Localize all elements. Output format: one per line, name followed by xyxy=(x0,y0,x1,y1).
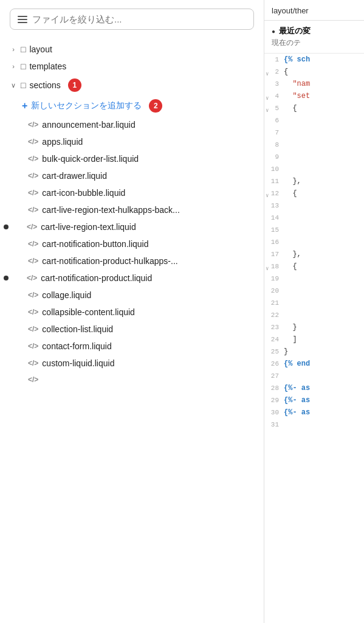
line-number: 23 xyxy=(264,321,284,333)
line-content: {%- as xyxy=(284,382,364,394)
folder-layout[interactable]: › □ layout xyxy=(0,41,264,58)
file-path-header: layout/ther xyxy=(264,0,364,21)
line-number: 20 xyxy=(264,285,284,297)
recent-changes-text: 最近の変 xyxy=(279,26,311,37)
code-icon: </> xyxy=(28,325,38,333)
file-label: cart-icon-bubble.liquid xyxy=(42,188,125,198)
file-bulk-quick-order[interactable]: </> bulk-quick-order-list.liquid xyxy=(0,150,264,167)
line-number: 28 xyxy=(264,382,284,394)
add-section-row[interactable]: + 新しいセクションを追加する 2 xyxy=(0,96,264,116)
folder-sections[interactable]: ∨ □ sections 1 xyxy=(0,75,264,96)
file-label: apps.liquid xyxy=(42,137,83,147)
code-icon: </> xyxy=(28,359,38,367)
code-editor-panel: layout/ther 最近の変 現在のテ 1 {% sch ∨2 { 3 "n… xyxy=(264,0,364,623)
file-cart-notification-button[interactable]: </> cart-notification-button.liquid xyxy=(0,235,264,252)
code-icon: </> xyxy=(28,257,38,265)
code-line: 29 {%- as xyxy=(264,394,364,406)
file-collection-list[interactable]: </> collection-list.liquid xyxy=(0,321,264,338)
line-number: 16 xyxy=(264,236,284,248)
file-cart-notification-product[interactable]: </> cart-notification-product.liquid xyxy=(0,270,264,287)
code-icon: </> xyxy=(28,240,38,248)
code-line: ∨4 "set xyxy=(264,90,364,102)
file-contact-form[interactable]: </> contact-form.liquid xyxy=(0,338,264,355)
code-line: 21 xyxy=(264,297,364,309)
code-line: 26 {% end xyxy=(264,358,364,370)
hamburger-icon[interactable] xyxy=(18,16,27,23)
code-icon: </> xyxy=(28,206,38,214)
line-content: { xyxy=(284,66,364,78)
search-input[interactable] xyxy=(32,14,246,24)
badge-2: 2 xyxy=(149,99,162,113)
code-line: ∨2 { xyxy=(264,66,364,78)
chevron-right-icon: › xyxy=(10,46,17,53)
code-line: 22 xyxy=(264,309,364,321)
code-line: 30 {%- as xyxy=(264,406,364,419)
folder-templates[interactable]: › □ templates xyxy=(0,58,264,75)
file-label: cart-live-region-text.liquid xyxy=(41,222,136,232)
file-label: collapsible-content.liquid xyxy=(42,307,135,317)
line-number: 7 xyxy=(264,127,284,139)
file-label: bulk-quick-order-list.liquid xyxy=(42,154,139,164)
folder-label: layout xyxy=(29,44,52,54)
line-number: ∨12 xyxy=(264,187,284,200)
file-collage[interactable]: </> collage.liquid xyxy=(0,287,264,304)
line-number: 27 xyxy=(264,370,284,382)
line-content: "nam xyxy=(284,78,364,90)
code-editor[interactable]: 1 {% sch ∨2 { 3 "nam ∨4 "set ∨5 { 6 7 xyxy=(264,54,364,623)
line-content: ] xyxy=(284,333,364,346)
chevron-right-icon: › xyxy=(10,63,17,70)
line-number: 19 xyxy=(264,273,284,285)
line-number: 10 xyxy=(264,163,284,175)
file-label: cart-notification-button.liquid xyxy=(42,239,148,249)
code-line: 11 }, xyxy=(264,175,364,187)
code-line: 16 xyxy=(264,236,364,248)
code-line: 25 } xyxy=(264,346,364,358)
folder-label: sections xyxy=(29,80,60,90)
code-line: 20 xyxy=(264,285,364,297)
code-line: 9 xyxy=(264,151,364,163)
code-icon: </> xyxy=(28,189,38,197)
file-cart-live-region[interactable]: </> cart-live-region-text.liquid xyxy=(0,218,264,235)
code-icon: </> xyxy=(27,274,37,282)
file-custom-liquid[interactable]: </> custom-liquid.liquid xyxy=(0,355,264,372)
code-line: 19 xyxy=(264,273,364,285)
code-icon: </> xyxy=(28,120,38,129)
file-collapsible-content[interactable]: </> collapsible-content.liquid xyxy=(0,304,264,321)
line-content: "set xyxy=(284,90,364,102)
line-number: 3 xyxy=(264,78,284,90)
line-content: { xyxy=(284,187,364,200)
line-number: 24 xyxy=(264,333,284,346)
file-apps[interactable]: </> apps.liquid xyxy=(0,133,264,150)
code-line: 31 xyxy=(264,419,364,431)
line-content: { xyxy=(284,260,364,273)
file-label: cart-drawer.liquid xyxy=(42,171,107,181)
file-cart-icon-bubble[interactable]: </> cart-icon-bubble.liquid xyxy=(0,184,264,201)
code-line: 13 xyxy=(264,200,364,212)
line-content: } xyxy=(284,346,364,358)
line-number: ∨2 xyxy=(264,66,284,78)
file-label: custom-liquid.liquid xyxy=(42,358,114,368)
file-cart-drawer[interactable]: </> cart-drawer.liquid xyxy=(0,167,264,184)
line-content: {% end xyxy=(284,358,364,370)
recent-changes-section: 最近の変 現在のテ xyxy=(264,21,364,54)
line-number: 6 xyxy=(264,114,284,127)
line-number: ∨5 xyxy=(264,102,284,114)
search-bar[interactable] xyxy=(10,9,254,30)
recent-changes-label: 最近の変 xyxy=(272,26,357,37)
file-announcement-bar[interactable]: </> announcement-bar.liquid xyxy=(0,116,264,133)
code-line: 28 {%- as xyxy=(264,382,364,394)
file-label: collage.liquid xyxy=(42,290,91,300)
code-line: 17 }, xyxy=(264,248,364,260)
line-number: 17 xyxy=(264,248,284,260)
code-line: 6 xyxy=(264,114,364,127)
file-label: cart-notification-product.liquid xyxy=(41,273,152,283)
code-icon: </> xyxy=(28,137,38,146)
file-cart-live-region-back[interactable]: </> cart-live-region-text-hulkapps-back.… xyxy=(0,201,264,218)
line-number: 26 xyxy=(264,358,284,370)
file-more[interactable]: </> xyxy=(0,372,264,388)
file-path-text: layout/ther xyxy=(272,6,309,15)
line-number: 30 xyxy=(264,406,284,419)
code-line: ∨12 { xyxy=(264,187,364,200)
file-tree: › □ layout › □ templates ∨ □ sections 1 … xyxy=(0,38,264,623)
file-cart-notification-product-hulk[interactable]: </> cart-notification-product-hulkapps-.… xyxy=(0,252,264,270)
